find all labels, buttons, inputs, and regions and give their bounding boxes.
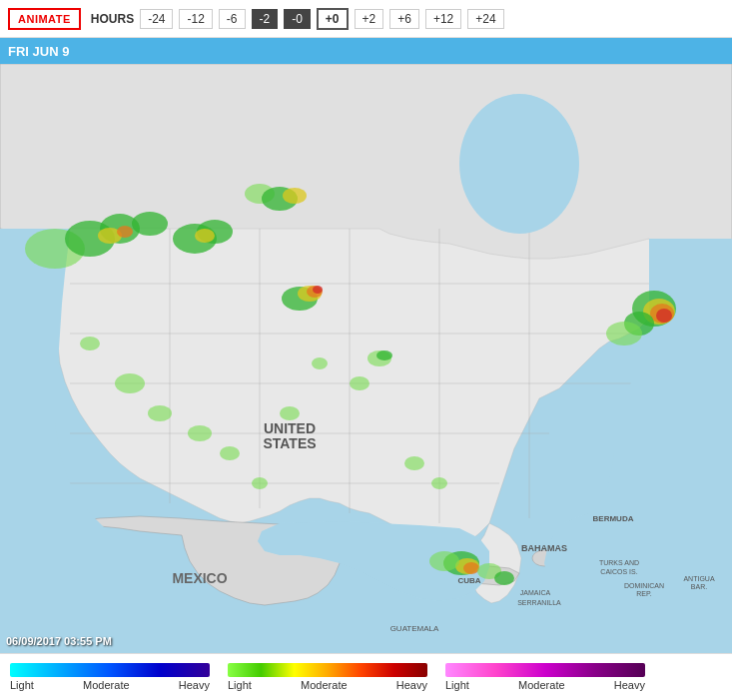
- hours-label: HOURS: [91, 12, 134, 26]
- svg-text:BAR.: BAR.: [691, 583, 707, 590]
- hour-btn-0pos[interactable]: +0: [317, 8, 349, 30]
- svg-text:CUBA: CUBA: [457, 576, 480, 585]
- svg-point-47: [431, 477, 447, 489]
- legend-moderate-green: Moderate: [301, 679, 347, 691]
- legend-labels-pink: Light Moderate Heavy: [445, 679, 645, 691]
- legend-group-pink: Light Moderate Heavy: [445, 663, 645, 691]
- svg-text:STATES: STATES: [263, 435, 316, 451]
- svg-point-41: [280, 406, 300, 420]
- svg-point-40: [252, 477, 268, 489]
- svg-point-43: [350, 376, 369, 390]
- svg-text:UNITED: UNITED: [264, 420, 316, 436]
- svg-point-18: [459, 94, 579, 234]
- svg-text:GUATEMALA: GUATEMALA: [390, 624, 439, 633]
- svg-text:JAMAICA: JAMAICA: [520, 589, 551, 596]
- svg-point-27: [195, 229, 215, 243]
- svg-point-39: [220, 446, 240, 460]
- hour-btn--2[interactable]: -2: [252, 9, 279, 29]
- svg-point-24: [117, 226, 133, 238]
- legend-light-cyan: Light: [10, 679, 34, 691]
- legend-gradient-green: [228, 663, 427, 677]
- hour-btn-0neg[interactable]: -0: [284, 9, 311, 29]
- map-container[interactable]: UNITED STATES MEXICO BAHAMAS BERMUDA CUB…: [0, 64, 732, 653]
- hour-btn-12[interactable]: +12: [425, 9, 461, 29]
- svg-text:BERMUDA: BERMUDA: [593, 514, 634, 523]
- legend-light-green: Light: [228, 679, 252, 691]
- date-label: FRI JUN 9: [8, 44, 69, 59]
- legend-heavy-pink: Heavy: [614, 679, 645, 691]
- legend-labels-cyan: Light Moderate Heavy: [10, 679, 210, 691]
- hour-btn-2[interactable]: +2: [355, 9, 384, 29]
- svg-text:REP.: REP.: [636, 590, 651, 597]
- svg-text:CAICOS IS.: CAICOS IS.: [600, 568, 637, 575]
- hour-btn--12[interactable]: -12: [179, 9, 212, 29]
- svg-text:TURKS AND: TURKS AND: [599, 559, 639, 566]
- svg-point-57: [429, 551, 459, 571]
- svg-point-59: [494, 571, 514, 585]
- svg-point-56: [463, 562, 479, 574]
- legend-labels-green: Light Moderate Heavy: [228, 679, 427, 691]
- map-timestamp: 06/09/2017 03:55 PM: [6, 635, 112, 647]
- legend-group-green: Light Moderate Heavy: [228, 663, 427, 691]
- svg-text:MEXICO: MEXICO: [172, 570, 227, 586]
- legend-gradient-pink: [445, 663, 645, 677]
- legend-heavy-green: Heavy: [396, 679, 427, 691]
- svg-text:BAHAMAS: BAHAMAS: [521, 543, 567, 553]
- svg-point-53: [606, 322, 642, 346]
- legend-light-pink: Light: [445, 679, 469, 691]
- toolbar: ANIMATE HOURS -24 -12 -6 -2 -0 +0 +2 +6 …: [0, 0, 732, 38]
- svg-point-35: [115, 373, 145, 393]
- legend-bar: Light Moderate Heavy Light Moderate Heav…: [0, 653, 732, 700]
- legend-gradient-cyan: [10, 663, 210, 677]
- svg-point-37: [80, 337, 100, 350]
- hour-btn-6[interactable]: +6: [389, 9, 419, 29]
- svg-point-22: [132, 212, 168, 236]
- animate-button[interactable]: ANIMATE: [8, 8, 81, 30]
- svg-text:SERRANILLA: SERRANILLA: [517, 599, 561, 606]
- svg-point-38: [188, 425, 212, 441]
- svg-point-45: [376, 350, 392, 360]
- svg-text:DOMINICAN: DOMINICAN: [624, 582, 664, 589]
- map-svg: UNITED STATES MEXICO BAHAMAS BERMUDA CUB…: [0, 64, 732, 653]
- hour-btn-24[interactable]: +24: [467, 9, 503, 29]
- svg-point-42: [312, 357, 328, 369]
- svg-text:ANTIGUA: ANTIGUA: [683, 575, 714, 582]
- legend-group-cyan: Light Moderate Heavy: [10, 663, 210, 691]
- hour-btn--24[interactable]: -24: [140, 9, 173, 29]
- svg-point-34: [313, 286, 323, 294]
- legend-heavy-cyan: Heavy: [179, 679, 210, 691]
- svg-point-46: [404, 456, 424, 470]
- svg-point-30: [283, 188, 307, 204]
- legend-moderate-pink: Moderate: [518, 679, 564, 691]
- svg-point-36: [148, 405, 172, 421]
- svg-point-51: [656, 309, 672, 323]
- legend-moderate-cyan: Moderate: [83, 679, 129, 691]
- date-bar: FRI JUN 9: [0, 38, 732, 64]
- hour-btn--6[interactable]: -6: [219, 9, 246, 29]
